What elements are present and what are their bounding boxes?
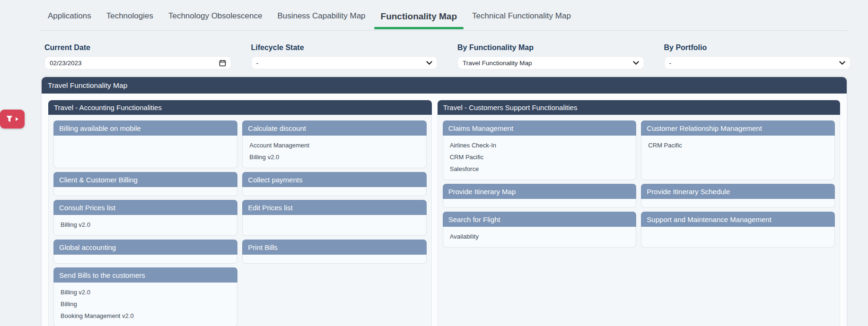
filter-icon <box>6 115 14 123</box>
application-item[interactable]: CRM Pacific <box>648 139 828 151</box>
chevron-down-icon <box>426 61 432 65</box>
functionality-card-title[interactable]: Claims Management <box>443 120 637 136</box>
tab-technologies[interactable]: Technologies <box>99 6 161 28</box>
functionality-card: Edit Prices list <box>242 200 426 236</box>
filter-label: Lifecycle State <box>251 43 438 52</box>
tab-functionality-map[interactable]: Functionality Map <box>373 6 465 28</box>
section-title: Travel - Accounting Functionalities <box>48 100 432 115</box>
functionality-card-body: CRM Pacific <box>641 136 835 180</box>
calendar-icon <box>219 60 226 67</box>
tab-business-capability-map[interactable]: Business Capability Map <box>270 6 373 28</box>
functionality-card-body <box>53 255 237 264</box>
by-portfolio-select[interactable]: - <box>664 56 851 69</box>
functionality-card-title[interactable]: Search for Flight <box>443 212 637 227</box>
functionality-card-body: Airlines Check-InCRM PacificSalesforce <box>443 136 637 180</box>
application-item[interactable]: Billing v2.0 <box>61 286 230 298</box>
filter-by-functionality-map: By Functionality MapTravel Functionality… <box>457 43 644 69</box>
functionality-card: Billing available on mobile <box>53 120 237 168</box>
filter-value: - <box>669 60 840 67</box>
application-item[interactable]: Account Management <box>249 139 419 151</box>
application-item[interactable]: Booking Management v2.0 <box>61 310 230 322</box>
section-travel-accounting-functionalities: Travel - Accounting FunctionalitiesBilli… <box>48 100 432 326</box>
functionality-card-title[interactable]: Consult Prices list <box>53 200 237 215</box>
filter-label: Current Date <box>44 43 231 52</box>
functionality-card: Search for FlightAvailability <box>443 212 637 248</box>
functionality-card-body: Billing v2.0 <box>53 215 237 236</box>
functionality-card-title[interactable]: Client & Customer Billing <box>53 172 237 187</box>
application-item[interactable]: Billing v2.0 <box>249 151 419 163</box>
play-arrow-icon <box>15 117 19 121</box>
functionality-card-body <box>443 199 637 208</box>
functionality-card: Claims ManagementAirlines Check-InCRM Pa… <box>443 120 637 180</box>
functionality-card-title[interactable]: Global accounting <box>53 240 237 255</box>
functionality-map-panel: Travel Functionality Map Travel - Accoun… <box>42 77 847 326</box>
functionality-card: Calculate discountAccount ManagementBill… <box>242 120 426 168</box>
application-item[interactable]: Billing <box>61 298 230 310</box>
functionality-card: Provide Itinerary Schedule <box>641 184 835 208</box>
functionality-card-title[interactable]: Calculate discount <box>242 120 426 136</box>
functionality-card-body <box>242 215 426 236</box>
tab-bar: ApplicationsTechnologiesTechnology Obsol… <box>40 6 579 28</box>
functionality-card-body <box>53 136 237 168</box>
functionality-card-body: Billing v2.0BillingBooking Management v2… <box>53 283 237 326</box>
functionality-card-body <box>242 255 426 264</box>
functionality-card-body <box>641 199 835 208</box>
functionality-card-body <box>53 187 237 196</box>
functionality-card-title[interactable]: Support and Maintenance Management <box>641 212 835 227</box>
map-panel-body: Travel - Accounting FunctionalitiesBilli… <box>42 94 847 326</box>
filter-row: Current Date02/23/2023Lifecycle State-By… <box>44 43 850 69</box>
application-item[interactable]: CRM Pacific <box>450 151 630 163</box>
functionality-card-title[interactable]: Provide Itinerary Map <box>443 184 637 199</box>
filter-label: By Portfolio <box>664 43 851 52</box>
tab-bar-divider <box>39 30 848 31</box>
filter-value: - <box>256 60 427 67</box>
filter-value: Travel Functionality Map <box>463 60 633 67</box>
functionality-card: Provide Itinerary Map <box>443 184 637 208</box>
chevron-down-icon <box>633 61 639 65</box>
application-item[interactable]: Billing v2.0 <box>61 219 230 231</box>
functionality-card: Customer Relationship ManagementCRM Paci… <box>641 120 835 180</box>
functionality-card-title[interactable]: Print Bills <box>242 240 426 255</box>
filter-fab-button[interactable] <box>0 110 25 129</box>
functionality-card-body: Account ManagementBilling v2.0 <box>242 136 426 168</box>
functionality-card-title[interactable]: Billing available on mobile <box>53 120 237 136</box>
current-date-input[interactable]: 02/23/2023 <box>44 56 231 69</box>
filter-current-date: Current Date02/23/2023 <box>44 43 231 69</box>
functionality-card: Collect payments <box>242 172 426 196</box>
functionality-card: Global accounting <box>53 240 237 264</box>
functionality-card: Client & Customer Billing <box>53 172 237 196</box>
functionality-card-title[interactable]: Send Bills to the customers <box>53 267 237 283</box>
section-title: Travel - Customers Support Functionaliti… <box>438 100 840 115</box>
application-item[interactable]: Airlines Check-In <box>450 139 630 151</box>
lifecycle-state-select[interactable]: - <box>251 56 438 69</box>
functionality-card-title[interactable]: Collect payments <box>242 172 426 187</box>
functionality-card: Support and Maintenance Management <box>641 212 835 248</box>
section-travel-customers-support-functionalities: Travel - Customers Support Functionaliti… <box>438 100 840 326</box>
functionality-card: Send Bills to the customersBilling v2.0B… <box>53 267 237 326</box>
card-grid: Billing available on mobileCalculate dis… <box>49 115 431 326</box>
tab-technical-functionality-map[interactable]: Technical Functionality Map <box>465 6 579 28</box>
filter-label: By Functionality Map <box>457 43 644 52</box>
tab-applications[interactable]: Applications <box>40 6 99 28</box>
application-item[interactable]: Salesforce <box>450 163 630 175</box>
functionality-card: Consult Prices listBilling v2.0 <box>53 200 237 236</box>
functionality-card-body <box>242 187 426 196</box>
functionality-card-title[interactable]: Provide Itinerary Schedule <box>641 184 835 199</box>
filter-by-portfolio: By Portfolio- <box>664 43 851 69</box>
functionality-card-body <box>641 227 835 248</box>
functionality-card: Print Bills <box>242 240 426 264</box>
tab-technology-obsolescence[interactable]: Technology Obsolescence <box>161 6 270 28</box>
application-item[interactable]: Availability <box>450 231 630 242</box>
functionality-card-title[interactable]: Edit Prices list <box>242 200 426 215</box>
functionality-card-body: Availability <box>443 227 637 248</box>
by-functionality-map-select[interactable]: Travel Functionality Map <box>457 56 644 69</box>
filter-value: 02/23/2023 <box>50 60 219 67</box>
filter-lifecycle-state: Lifecycle State- <box>251 43 438 69</box>
chevron-down-icon <box>839 61 845 65</box>
functionality-card-title[interactable]: Customer Relationship Management <box>641 120 835 136</box>
card-grid: Claims ManagementAirlines Check-InCRM Pa… <box>438 115 840 252</box>
map-panel-title: Travel Functionality Map <box>42 77 847 94</box>
